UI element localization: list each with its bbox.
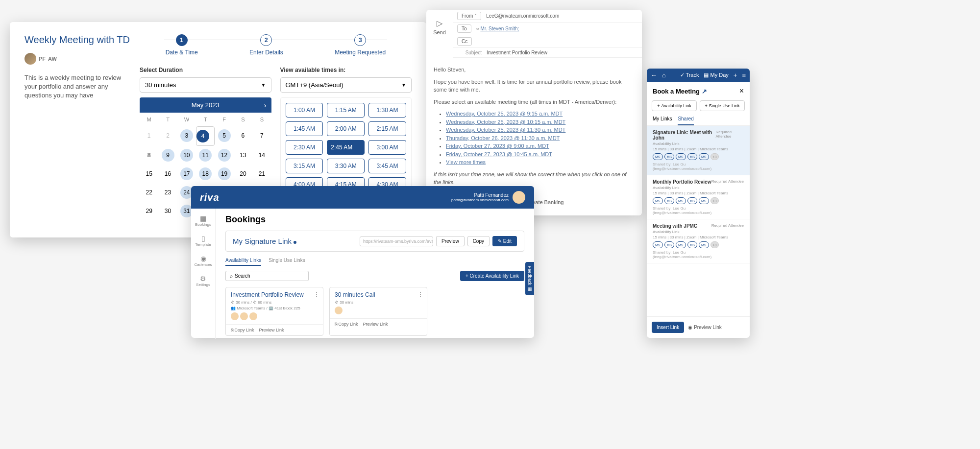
calendar-day[interactable]: 17 [177, 165, 196, 183]
tab-single-use[interactable]: Single Use Links [269, 258, 305, 266]
calendar-day[interactable]: 5 [215, 126, 233, 146]
calendar-day[interactable]: 22 [140, 183, 158, 202]
tab-shared[interactable]: Shared [678, 116, 693, 125]
signature-title: My Signature Link [233, 237, 296, 245]
copy-button[interactable]: Copy [467, 236, 490, 246]
avatar [240, 312, 248, 320]
calendar-day[interactable]: 15 [140, 165, 158, 183]
calendar-day[interactable]: 3 [177, 126, 196, 146]
meeting-link-item[interactable]: Meeting with JPMCRequired Attendee Avail… [647, 219, 750, 263]
calendar-day[interactable]: 6 [234, 126, 252, 146]
timezone-select[interactable]: GMT+9 (Asia/Seoul)▼ [280, 77, 412, 93]
calendar-dow: T [158, 113, 177, 126]
tab-my-links[interactable]: My Links [653, 116, 672, 125]
nav-template[interactable]: ▯Template [193, 233, 213, 249]
calendar-day[interactable]: 7 [252, 126, 271, 146]
calendar-day[interactable]: 19 [215, 165, 233, 183]
preview-link-button[interactable]: Preview Link [363, 322, 388, 327]
feedback-tab[interactable]: Feedback ▦ [525, 262, 534, 295]
calendar-day[interactable]: 14 [252, 146, 271, 165]
time-slot[interactable]: 2:30 AM [286, 140, 323, 155]
signature-url[interactable]: https://rivateam-oms.byriva.com/availabi… [360, 236, 433, 246]
time-slot[interactable]: 2:45 AM [327, 140, 365, 155]
time-slot[interactable]: 1:15 AM [327, 103, 365, 118]
calendar-day[interactable]: 8 [140, 146, 158, 165]
calendar-day[interactable]: 21 [252, 165, 271, 183]
myday-button[interactable]: ▦ My Day [704, 72, 728, 78]
copy-link-button[interactable]: ⎘ Copy Link [335, 322, 358, 327]
home-icon[interactable]: ⌂ [662, 71, 666, 79]
user-menu[interactable]: Patti Fernandezpattif@rivateam.onmicroso… [451, 191, 525, 204]
plus-icon[interactable]: + [734, 71, 737, 79]
caret-down-icon: ▼ [401, 82, 406, 88]
availability-card[interactable]: ⋮ 30 minutes Call⏱ 30 mins ⎘ Copy LinkPr… [329, 287, 427, 336]
availability-link-button[interactable]: + Availability Link [652, 100, 697, 111]
calendar-day[interactable]: 18 [196, 165, 215, 183]
calendar-day[interactable]: 2 [158, 126, 177, 146]
time-slot[interactable]: 3:00 AM [368, 140, 406, 155]
calendar-day[interactable]: 23 [158, 183, 177, 202]
nav-bookings[interactable]: ▦Bookings [193, 213, 213, 229]
calendar-day[interactable]: 9 [158, 146, 177, 165]
nav-settings[interactable]: ⚙Settings [194, 273, 212, 289]
time-slot[interactable]: 2:15 AM [368, 121, 406, 136]
calendar-header: May 2023› [140, 97, 271, 113]
card-menu-icon[interactable]: ⋮ [313, 290, 320, 298]
to-button[interactable]: To [457, 24, 471, 33]
insert-link-button[interactable]: Insert Link [652, 322, 684, 333]
time-slots: 1:00 AM1:15 AM1:30 AM1:45 AM2:00 AM2:15 … [280, 97, 412, 197]
meeting-time-link[interactable]: Wednesday, October 25, 2023 @ 9:15 a.m. … [446, 111, 563, 117]
edit-button[interactable]: ✎ Edit [492, 236, 517, 246]
tab-availability[interactable]: Availability Links [225, 258, 261, 266]
meeting-time-link[interactable]: Thursday, October 26, 2023 @ 11:30 a.m. … [446, 135, 560, 141]
external-link-icon[interactable]: ↗ [702, 88, 707, 95]
calendar-day[interactable]: 10 [177, 146, 196, 165]
time-slot[interactable]: 3:15 AM [286, 159, 323, 173]
availability-card[interactable]: ⋮ Investment Portfolio Review⏱ 30 mins /… [225, 287, 323, 336]
time-slot[interactable]: 3:30 AM [327, 159, 365, 173]
time-slot[interactable]: 3:45 AM [368, 159, 406, 173]
nav-cadences[interactable]: ◉Cadences [192, 253, 214, 269]
meeting-time-link[interactable]: Wednesday, October 25, 2023 @ 11:30 a.m.… [446, 127, 565, 133]
calendar-day[interactable]: 11 [196, 146, 215, 165]
meeting-link-item[interactable]: Signature Link: Meet with JohnRequired A… [647, 126, 750, 175]
calendar-day[interactable]: 30 [158, 202, 177, 220]
track-toggle[interactable]: ✓ Track [680, 72, 699, 78]
view-more-times-link[interactable]: View more times [446, 159, 486, 165]
back-icon[interactable]: ← [651, 71, 657, 79]
preview-link-button[interactable]: ◉Preview Link [688, 325, 722, 330]
preview-link-button[interactable]: Preview Link [259, 328, 284, 332]
calendar-day[interactable]: 20 [234, 165, 252, 183]
meeting-time-link[interactable]: Friday, October 27, 2023 @ 9:00 a.m. MDT [446, 143, 549, 149]
subject-field[interactable]: Investment Portfolio Review [487, 50, 547, 55]
create-link-button[interactable]: + Create Availability Link [460, 271, 524, 281]
send-button[interactable]: ▷Send [426, 10, 453, 44]
time-slot[interactable]: 1:00 AM [286, 103, 323, 118]
calendar-day[interactable]: 13 [234, 146, 252, 165]
single-use-link-button[interactable]: + Single Use Link [700, 100, 745, 111]
calendar-day[interactable]: 12 [215, 146, 233, 165]
meeting-link-item[interactable]: Monthly Portfolio ReviewRequired Attende… [647, 175, 750, 219]
calendar-next-icon[interactable]: › [264, 101, 267, 109]
close-icon[interactable]: × [739, 87, 744, 95]
copy-link-button[interactable]: ⎘ Copy Link [231, 328, 254, 332]
meeting-time-link[interactable]: Friday, October 27, 2023 @ 10:45 a.m. MD… [446, 151, 552, 157]
time-slot[interactable]: 1:30 AM [368, 103, 406, 118]
calendar-day[interactable]: 29 [140, 202, 158, 220]
card-menu-icon[interactable]: ⋮ [417, 290, 424, 298]
calendar-day[interactable]: 1 [140, 126, 158, 146]
from-button[interactable]: From ˅ [457, 12, 481, 20]
time-slot[interactable]: 2:00 AM [327, 121, 365, 136]
booking-description: This is a weekly meeting to review your … [24, 73, 122, 100]
preview-button[interactable]: Preview [436, 236, 465, 246]
step-1: 1Date & Time [166, 34, 198, 56]
search-input[interactable]: ⌕Search [225, 271, 309, 281]
calendar-day[interactable]: 16 [158, 165, 177, 183]
avatar [335, 307, 343, 314]
calendar-day[interactable]: 4 [196, 126, 215, 146]
duration-select[interactable]: 30 minutes▼ [140, 77, 271, 93]
cc-button[interactable]: Cc [457, 37, 472, 46]
meeting-time-link[interactable]: Wednesday, October 25, 2023 @ 10:15 a.m.… [446, 119, 565, 125]
menu-icon[interactable]: ≡ [742, 71, 746, 79]
time-slot[interactable]: 1:45 AM [286, 121, 323, 136]
